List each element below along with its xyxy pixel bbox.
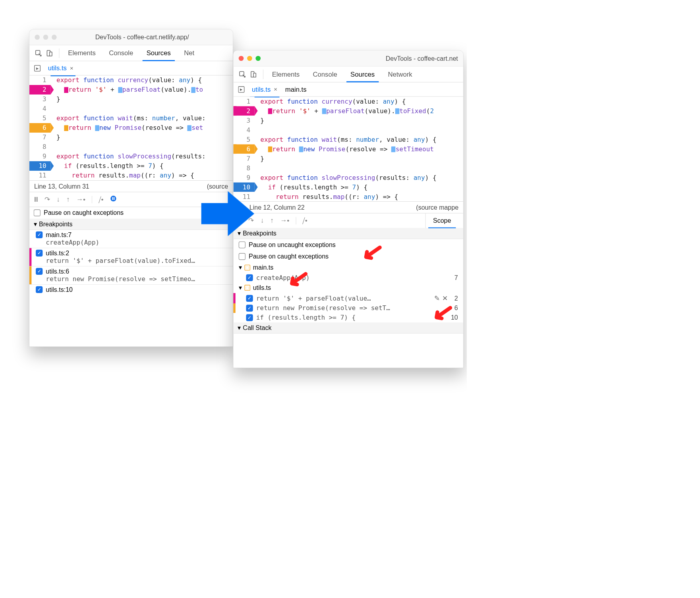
window-controls[interactable]: [239, 56, 261, 61]
tab-elements[interactable]: Elements: [265, 66, 306, 82]
pause-uncaught-checkbox[interactable]: [239, 241, 246, 248]
tab-network[interactable]: Network: [381, 66, 419, 82]
device-toggle-icon[interactable]: [250, 71, 257, 78]
chevron-down-icon: ▾: [239, 264, 242, 272]
breakpoint-group-utils[interactable]: ▾ ⬚ utils.ts: [233, 282, 463, 293]
debugger-toolbar: II ↷ ↓ ↑ →• ⧸• Scope: [233, 213, 463, 228]
breakpoint-row[interactable]: ✓ return '$' + parseFloat(value)… ✎ ✕ 2: [233, 293, 463, 303]
cursor-position: Line 12, Column 22: [249, 204, 416, 211]
tab-console[interactable]: Console: [306, 66, 344, 82]
deactivate-breakpoints-icon[interactable]: ⧸•: [99, 195, 104, 204]
breakpoint-location: utils.ts:6: [46, 268, 195, 276]
annotation-arrow-icon: [287, 268, 309, 291]
scope-tab[interactable]: Scope: [425, 213, 458, 228]
pause-caught-checkbox[interactable]: [239, 253, 246, 260]
breakpoint-item[interactable]: ✓ utils.ts:6 return new Promise(resolve …: [29, 266, 233, 284]
pause-caught-label: Pause on caught exceptions: [249, 252, 329, 260]
code-editor[interactable]: 1export function currency(value: any) { …: [29, 75, 233, 180]
breakpoint-group-main[interactable]: ▾ ⬚ main.ts: [233, 262, 463, 273]
file-tab-label: utils.ts: [48, 64, 67, 72]
window-controls[interactable]: [35, 35, 56, 40]
edit-icon[interactable]: ✎: [434, 294, 440, 303]
navigator-icon[interactable]: ▶: [238, 86, 244, 93]
titlebar: DevTools - coffee-cart.net: [233, 50, 463, 66]
close-icon[interactable]: [239, 56, 244, 61]
callstack-header[interactable]: ▾ Call Stack: [233, 322, 463, 334]
step-icon[interactable]: →•: [76, 195, 85, 204]
pause-exceptions-icon[interactable]: [110, 195, 116, 204]
pause-icon[interactable]: II: [34, 195, 38, 204]
callstack-title: Call Stack: [243, 324, 271, 332]
file-icon: ⬚: [244, 285, 250, 291]
zoom-icon[interactable]: [52, 35, 57, 40]
file-icon: ⬚: [244, 265, 250, 271]
remove-icon[interactable]: ✕: [442, 294, 448, 303]
breakpoint-checkbox[interactable]: ✓: [36, 250, 43, 257]
breakpoint-code: return '$' + parseFloat(value)…: [256, 295, 373, 302]
pause-caught-checkbox[interactable]: [34, 209, 41, 216]
step-over-icon[interactable]: ↷: [44, 195, 50, 204]
deactivate-breakpoints-icon[interactable]: ⧸•: [302, 216, 307, 225]
file-tab-utils[interactable]: utils.ts ×: [46, 64, 75, 73]
code-editor[interactable]: 1export function currency(value: any) { …: [233, 96, 463, 201]
breakpoints-header[interactable]: ▾ Breakpoints: [233, 228, 463, 239]
breakpoint-item[interactable]: ✓ utils.ts:2 return '$' + parseFloat(val…: [29, 248, 233, 266]
inspect-element-icon[interactable]: [35, 49, 42, 57]
breakpoint-checkbox[interactable]: ✓: [36, 268, 43, 275]
file-tab-label: utils.ts: [252, 85, 271, 93]
chevron-down-icon: ▾: [238, 324, 241, 332]
tab-console[interactable]: Console: [102, 45, 139, 61]
breakpoint-row[interactable]: ✓ return new Promise(resolve => setT… 6: [233, 303, 463, 313]
close-icon[interactable]: [35, 35, 40, 40]
status-bar: { } Line 12, Column 22 (source mappe: [233, 201, 463, 213]
svg-rect-3: [110, 196, 116, 201]
minimize-icon[interactable]: [247, 56, 252, 61]
cursor-position: Line 13, Column 31: [34, 183, 89, 190]
breakpoint-checkbox[interactable]: ✓: [246, 295, 253, 301]
breakpoint-checkbox[interactable]: ✓: [246, 305, 253, 311]
source-file-tabs: ▶ utils.ts × main.ts: [233, 82, 463, 96]
step-out-icon[interactable]: ↑: [270, 216, 274, 225]
breakpoint-item[interactable]: ✓ utils.ts:10: [29, 285, 233, 295]
breakpoint-code: createApp(App): [46, 239, 99, 246]
chevron-down-icon: ▾: [239, 284, 242, 291]
titlebar: DevTools - coffee-cart.netlify.app/: [29, 29, 233, 45]
source-file-tabs: ▶ utils.ts ×: [29, 61, 233, 75]
inspect-element-icon[interactable]: [239, 71, 246, 78]
close-tab-icon[interactable]: ×: [69, 65, 73, 71]
breakpoint-code: if (results.length >= 7) {: [256, 314, 356, 322]
device-toggle-icon[interactable]: [46, 49, 53, 57]
file-tab-utils[interactable]: utils.ts ×: [250, 85, 279, 94]
window-title: DevTools - coffee-cart.net: [261, 55, 458, 62]
breakpoint-checkbox[interactable]: ✓: [246, 314, 253, 321]
pause-caught-label: Pause on caught exceptions: [44, 208, 124, 217]
minimize-icon[interactable]: [43, 35, 48, 40]
step-into-icon[interactable]: ↓: [56, 195, 60, 204]
chevron-down-icon: ▾: [34, 220, 37, 228]
file-name: utils.ts: [253, 284, 271, 291]
step-out-icon[interactable]: ↑: [66, 195, 70, 204]
step-into-icon[interactable]: ↓: [261, 216, 264, 225]
navigator-icon[interactable]: ▶: [34, 65, 41, 71]
tab-sources[interactable]: Sources: [344, 66, 381, 82]
pause-uncaught-row[interactable]: Pause on uncaught exceptions: [233, 239, 463, 251]
breakpoint-row[interactable]: ✓ if (results.length >= 7) { 10: [233, 313, 463, 322]
close-tab-icon[interactable]: ×: [273, 86, 277, 93]
svg-rect-8: [253, 73, 256, 77]
zoom-icon[interactable]: [255, 56, 261, 61]
tab-sources[interactable]: Sources: [140, 45, 177, 61]
pause-uncaught-label: Pause on uncaught exceptions: [249, 241, 336, 249]
source-info: (source mappe: [416, 204, 458, 211]
tab-network[interactable]: Net: [177, 45, 201, 61]
breakpoint-row[interactable]: ✓ createApp(App) 7: [233, 273, 463, 282]
breakpoint-checkbox[interactable]: ✓: [36, 286, 43, 293]
breakpoint-checkbox[interactable]: ✓: [246, 274, 253, 281]
comparison-arrow-icon: [201, 191, 254, 236]
svg-rect-5: [114, 197, 114, 200]
file-tab-main[interactable]: main.ts: [283, 85, 309, 94]
step-icon[interactable]: →•: [280, 216, 289, 225]
breakpoint-line: 2: [454, 295, 458, 302]
breakpoint-checkbox[interactable]: ✓: [36, 231, 43, 238]
pause-caught-row[interactable]: Pause on caught exceptions: [233, 251, 463, 262]
tab-elements[interactable]: Elements: [62, 45, 102, 61]
